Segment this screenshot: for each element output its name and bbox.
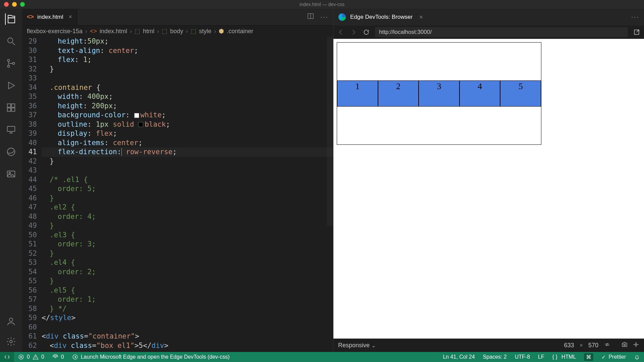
- code-line[interactable]: height: 200px;: [42, 102, 333, 111]
- prettier-status[interactable]: ✓Prettier: [597, 354, 630, 360]
- device-toolbar: Responsive ⌄ 633 × 570: [333, 339, 644, 352]
- tab-devtools[interactable]: Edge DevTools: Browser × ···: [333, 9, 644, 25]
- element-icon: ⬚: [135, 27, 140, 35]
- code-line[interactable]: }: [42, 249, 333, 258]
- line-number: 39: [22, 129, 37, 138]
- line-number: 57: [22, 295, 37, 304]
- device-mode-label: Responsive: [338, 342, 370, 349]
- viewport-width[interactable]: 633: [564, 342, 574, 349]
- code-line[interactable]: <div class="box el1">5</div>: [42, 341, 333, 351]
- code-line[interactable]: .container {: [42, 83, 333, 93]
- traffic-close-icon[interactable]: [4, 2, 9, 7]
- code-line[interactable]: }: [42, 221, 333, 231]
- tab-index-html[interactable]: <> index.html ×: [22, 9, 77, 25]
- line-number: 43: [22, 166, 37, 175]
- screenshot-icon[interactable]: [621, 341, 628, 350]
- run-debug-icon[interactable]: [5, 80, 17, 91]
- code-line[interactable]: order: 4;: [42, 212, 333, 222]
- breadcrumb-style[interactable]: style: [199, 28, 211, 35]
- source-control-icon[interactable]: [5, 58, 17, 69]
- code-line[interactable]: .el3 {: [42, 231, 333, 240]
- copilot-status[interactable]: ⌘: [580, 353, 597, 361]
- code-content[interactable]: height:50px;text-align: center;flex: 1;}…: [42, 37, 333, 352]
- code-line[interactable]: .el2 {: [42, 203, 333, 212]
- code-line[interactable]: [42, 323, 333, 332]
- code-line[interactable]: align-items: center;: [42, 138, 333, 148]
- problems-indicator[interactable]: 0 0: [14, 354, 48, 360]
- device-mode-select[interactable]: Responsive ⌄: [338, 342, 376, 349]
- breadcrumb-project[interactable]: flexbox-exercise-15a: [27, 28, 83, 35]
- line-number: 50: [22, 231, 37, 240]
- line-number: 46: [22, 194, 37, 203]
- code-line[interactable]: }: [42, 194, 333, 203]
- code-line[interactable]: .el5 {: [42, 286, 333, 295]
- chevron-right-icon: ›: [214, 28, 216, 35]
- language-mode[interactable]: { }HTML: [548, 354, 580, 360]
- code-line[interactable]: [42, 74, 333, 83]
- eol[interactable]: LF: [534, 354, 548, 360]
- code-line[interactable]: [42, 166, 333, 175]
- code-line[interactable]: }: [42, 65, 333, 74]
- notifications-icon[interactable]: [630, 354, 644, 360]
- reload-icon[interactable]: [362, 28, 370, 36]
- code-line[interactable]: } */: [42, 304, 333, 314]
- gallery-icon[interactable]: [5, 168, 17, 180]
- indentation[interactable]: Spaces: 2: [479, 354, 511, 360]
- popout-icon[interactable]: [633, 28, 641, 36]
- code-line[interactable]: }: [42, 277, 333, 286]
- svg-rect-6: [7, 108, 11, 111]
- edge-tools-icon[interactable]: [5, 146, 17, 158]
- code-line[interactable]: }: [42, 157, 333, 166]
- code-line[interactable]: height:50px;: [42, 37, 333, 46]
- breadcrumb[interactable]: flexbox-exercise-15a › <> index.html › ⬚…: [22, 25, 333, 37]
- account-icon[interactable]: [5, 316, 17, 327]
- code-line[interactable]: /* .el1 {: [42, 175, 333, 185]
- code-line[interactable]: <div class="container">: [42, 332, 333, 341]
- code-line[interactable]: </style>: [42, 313, 333, 323]
- code-line[interactable]: background-color: white;: [42, 111, 333, 120]
- close-icon[interactable]: ×: [419, 14, 423, 21]
- url-input[interactable]: http://localhost:3000/: [375, 27, 628, 37]
- split-editor-icon[interactable]: [307, 12, 314, 21]
- line-number: 33: [22, 74, 37, 83]
- minimap[interactable]: [327, 37, 333, 226]
- settings-gear-icon[interactable]: [5, 336, 17, 347]
- svg-point-19: [55, 356, 56, 358]
- forward-icon: [350, 28, 358, 36]
- code-line[interactable]: order: 5;: [42, 184, 333, 194]
- code-line[interactable]: display: flex;: [42, 129, 333, 138]
- code-line[interactable]: text-align: center;: [42, 46, 333, 56]
- code-line[interactable]: order: 3;: [42, 240, 333, 249]
- viewport-height[interactable]: 570: [588, 342, 598, 349]
- search-icon[interactable]: [5, 36, 17, 47]
- code-line[interactable]: order: 1;: [42, 295, 333, 304]
- extensions-icon[interactable]: [5, 102, 17, 113]
- encoding[interactable]: UTF-8: [511, 354, 534, 360]
- breadcrumb-selector[interactable]: .container: [227, 28, 253, 35]
- preview-viewport[interactable]: 12345: [333, 39, 644, 339]
- rotate-icon[interactable]: [604, 341, 610, 350]
- status-message[interactable]: Launch Microsoft Edge and open the Edge …: [68, 354, 234, 360]
- cursor-position[interactable]: Ln 41, Col 24: [439, 354, 479, 360]
- code-line[interactable]: order: 2;: [42, 267, 333, 277]
- more-actions-icon[interactable]: ···: [631, 13, 639, 21]
- breadcrumb-file[interactable]: index.html: [100, 28, 127, 35]
- explorer-icon[interactable]: [5, 13, 16, 25]
- code-line[interactable]: outline: 1px solid black;: [42, 120, 333, 129]
- ports-indicator[interactable]: 0: [48, 354, 68, 360]
- code-line[interactable]: width: 400px;: [42, 92, 333, 102]
- code-line[interactable]: flex: 1;: [42, 55, 333, 65]
- close-icon[interactable]: ×: [69, 13, 72, 20]
- code-line[interactable]: .el4 {: [42, 258, 333, 267]
- more-actions-icon[interactable]: ···: [320, 13, 328, 21]
- code-editor[interactable]: 2930313233343536373839404142434445464748…: [22, 37, 333, 352]
- remote-indicator[interactable]: [0, 352, 14, 362]
- breadcrumb-body[interactable]: body: [170, 28, 183, 35]
- traffic-zoom-icon[interactable]: [20, 2, 25, 7]
- line-number: 34: [22, 83, 37, 93]
- breadcrumb-html[interactable]: html: [143, 28, 154, 35]
- code-line[interactable]: flex-direction: row-reverse;: [42, 147, 333, 157]
- inspect-icon[interactable]: [633, 341, 639, 350]
- traffic-minimize-icon[interactable]: [12, 2, 17, 7]
- remote-explorer-icon[interactable]: [5, 124, 17, 135]
